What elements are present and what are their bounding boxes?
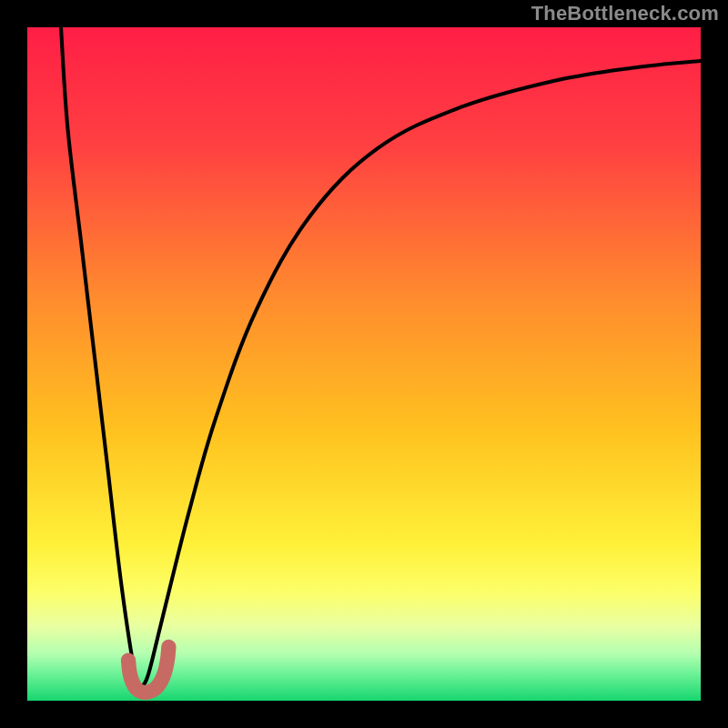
chart-frame: TheBottleneck.com	[0, 0, 728, 728]
left-branch-line	[61, 27, 142, 687]
watermark-text: TheBottleneck.com	[531, 2, 719, 25]
right-branch-line	[142, 61, 701, 687]
curve-layer	[27, 27, 701, 701]
plot-area	[27, 27, 701, 701]
